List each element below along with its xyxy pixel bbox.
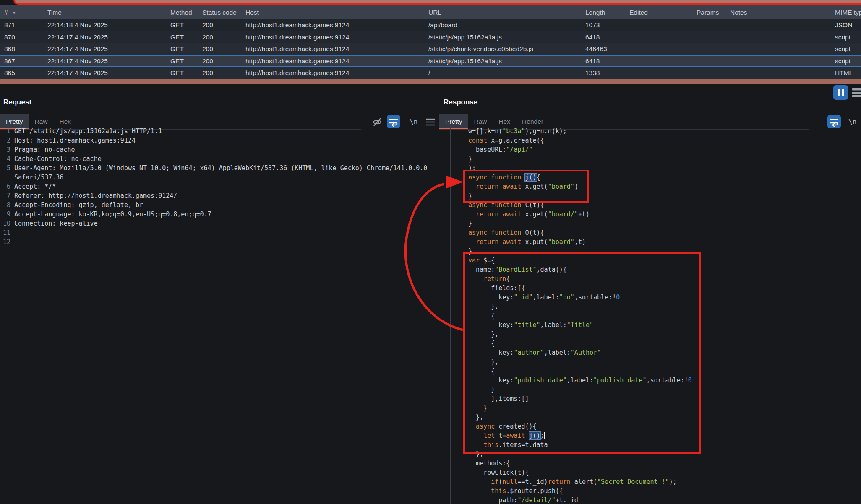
line-number: 1 bbox=[2, 127, 14, 136]
code-text: }, bbox=[468, 450, 483, 458]
code-text: $={ bbox=[480, 257, 495, 264]
line-number: 3 bbox=[2, 145, 14, 154]
table-row[interactable]: 87022:14:17 4 Nov 2025GET200http://host1… bbox=[0, 31, 861, 44]
text-caret bbox=[544, 432, 545, 439]
cell-method: GET bbox=[170, 67, 184, 79]
cell-length: 6418 bbox=[585, 31, 600, 44]
column-header--[interactable]: #▼ bbox=[4, 5, 16, 19]
cell--: 868 bbox=[4, 43, 15, 55]
code-line: } bbox=[468, 219, 861, 228]
code-text: return bbox=[548, 478, 571, 486]
column-header-edited[interactable]: Edited bbox=[629, 5, 648, 19]
code-text: return bbox=[483, 275, 506, 283]
code-line: let t=await j(); bbox=[468, 431, 861, 440]
code-line: this.$router.push({ bbox=[468, 486, 861, 496]
annotation-arrowhead bbox=[446, 175, 463, 189]
code-text: "board/" bbox=[548, 210, 578, 218]
cell-url: /static/js/app.15162a1a.js bbox=[428, 56, 502, 68]
response-tab-pretty[interactable]: Pretty bbox=[439, 114, 468, 129]
code-line: 6Accept: */* bbox=[2, 182, 436, 191]
code-text: const bbox=[468, 137, 487, 144]
code-text: Cache-Control: no-cache bbox=[14, 155, 102, 163]
line-number: 5 bbox=[2, 164, 14, 173]
code-text: await bbox=[506, 432, 525, 439]
table-row[interactable]: 87122:14:18 4 Nov 2025GET200http://host1… bbox=[0, 19, 861, 31]
request-response-divider[interactable] bbox=[438, 84, 438, 504]
cell-length: 446463 bbox=[585, 43, 607, 55]
table-row[interactable]: 86522:14:17 4 Nov 2025GET200http://host1… bbox=[0, 67, 861, 79]
code-line: key:"publish_date",label:"publish_date",… bbox=[468, 376, 861, 385]
annotation-salmon-top bbox=[14, 0, 861, 3]
code-text: ,sortable:! bbox=[574, 294, 616, 301]
code-text: if bbox=[491, 478, 498, 486]
code-text: 0 bbox=[688, 377, 692, 384]
code-text bbox=[468, 275, 483, 283]
column-header-status-code[interactable]: Status code bbox=[202, 5, 237, 19]
cell-length: 1073 bbox=[585, 19, 600, 31]
cell-mime-type: HTML bbox=[835, 67, 853, 79]
column-header-notes[interactable]: Notes bbox=[730, 5, 747, 19]
cell-method: GET bbox=[170, 31, 184, 44]
code-line: 8Accept-Encoding: gzip, deflate, br bbox=[2, 200, 436, 210]
cell-time: 22:14:18 4 Nov 2025 bbox=[47, 19, 108, 31]
request-editor[interactable]: 1GET /static/js/app.15162a1a.js HTTP/1.1… bbox=[2, 127, 436, 247]
code-text: }, bbox=[468, 330, 498, 338]
code-text: key: bbox=[468, 349, 514, 356]
column-header-method[interactable]: Method bbox=[170, 5, 192, 19]
cell-mime-type: script bbox=[835, 56, 851, 68]
code-line: 3Pragma: no-cache bbox=[2, 145, 436, 154]
column-header-time[interactable]: Time bbox=[47, 5, 62, 19]
splitter-band[interactable] bbox=[0, 79, 861, 84]
cell-host: http://host1.dreamhack.games:9124 bbox=[245, 43, 349, 55]
code-text bbox=[468, 423, 476, 430]
menu-icon[interactable] bbox=[425, 117, 436, 127]
code-text: { bbox=[506, 275, 510, 283]
code-text bbox=[468, 478, 491, 486]
code-text: alert( bbox=[571, 478, 597, 486]
code-text: ,data(){ bbox=[537, 266, 567, 273]
code-text: key: bbox=[468, 294, 514, 301]
code-text: "BoardList" bbox=[495, 266, 536, 273]
code-text: baseURL: bbox=[468, 146, 506, 153]
response-editor[interactable]: w=[],k=n("bc3a"),g=n.n(k);const x=g.a.cr… bbox=[468, 127, 861, 504]
code-text: ,label: bbox=[567, 377, 593, 384]
code-text bbox=[468, 441, 483, 449]
code-text bbox=[525, 432, 529, 439]
pause-icon[interactable] bbox=[833, 85, 848, 100]
newline-icon[interactable]: \n bbox=[410, 118, 417, 126]
code-text: Host: host1.dreamhack.games:9124 bbox=[14, 137, 136, 144]
code-line: }, bbox=[468, 357, 861, 366]
menu-icon[interactable] bbox=[852, 87, 861, 98]
code-text: "board" bbox=[548, 238, 574, 246]
line-number: 6 bbox=[2, 182, 14, 191]
code-line: 9Accept-Language: ko-KR,ko;q=0.9,en-US;q… bbox=[2, 210, 436, 219]
code-text: ( bbox=[498, 478, 502, 486]
cell-mime-type: script bbox=[835, 43, 851, 55]
table-row[interactable]: 86822:14:17 4 Nov 2025GET200http://host1… bbox=[0, 43, 861, 55]
column-header-mime-type[interactable]: MIME type bbox=[835, 5, 861, 19]
column-header-params[interactable]: Params bbox=[697, 5, 719, 19]
code-text: "board" bbox=[548, 183, 574, 190]
column-header-length[interactable]: Length bbox=[585, 5, 605, 19]
code-text: x.get( bbox=[521, 210, 548, 218]
code-line: 7Referer: http://host1.dreamhack.games:9… bbox=[2, 191, 436, 200]
table-row[interactable]: 86722:14:17 4 Nov 2025GET200http://host1… bbox=[0, 55, 861, 68]
code-line: async function O(t){ bbox=[468, 228, 861, 237]
cell-host: http://host1.dreamhack.games:9124 bbox=[245, 31, 349, 44]
code-text: ,sortable:! bbox=[646, 377, 688, 384]
code-text: "author" bbox=[514, 349, 544, 356]
request-panel-title: Request bbox=[3, 98, 31, 107]
code-text: rowClick(t){ bbox=[468, 469, 529, 476]
code-text: Accept-Language: ko-KR,ko;q=0.9,en-US;q=… bbox=[14, 210, 211, 218]
response-panel-title: Response bbox=[444, 98, 477, 107]
newline-icon[interactable]: \n bbox=[848, 118, 856, 126]
code-text: }, bbox=[468, 413, 483, 421]
code-text: +t) bbox=[578, 210, 590, 218]
code-text bbox=[468, 432, 483, 439]
code-text: C(t){ bbox=[521, 201, 544, 209]
code-text: "publish_date" bbox=[593, 377, 646, 384]
column-header-url[interactable]: URL bbox=[428, 5, 441, 19]
line-number: 4 bbox=[2, 154, 14, 164]
column-header-host[interactable]: Host bbox=[245, 5, 259, 19]
code-line: 2Host: host1.dreamhack.games:9124 bbox=[2, 136, 436, 145]
